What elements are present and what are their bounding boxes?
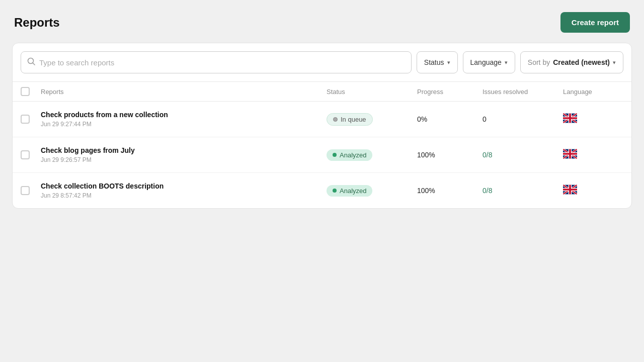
- col-reports: Reports: [41, 88, 327, 96]
- issues-value: 0/8: [482, 187, 563, 195]
- row-checkbox-2[interactable]: [21, 186, 30, 195]
- page-title: Reports: [14, 16, 60, 30]
- status-label: Analyzed: [340, 151, 366, 159]
- row-checkbox-0[interactable]: [21, 115, 30, 124]
- select-all-checkbox[interactable]: [21, 87, 30, 96]
- status-cell: Analyzed: [327, 185, 417, 197]
- report-date: Jun 29 9:26:57 PM: [41, 156, 327, 163]
- report-name: Check blog pages from July: [41, 146, 327, 154]
- status-dot-icon: [333, 117, 338, 122]
- table-row: Check blog pages from July Jun 29 9:26:5…: [13, 137, 631, 173]
- status-filter-label: Status: [424, 58, 444, 66]
- status-cell: Analyzed: [327, 149, 417, 161]
- status-badge: In queue: [327, 113, 373, 126]
- report-date: Jun 29 8:57:42 PM: [41, 192, 327, 199]
- language-filter-label: Language: [470, 58, 502, 66]
- report-name: Check products from a new collection: [41, 111, 327, 119]
- col-issues-resolved: Issues resolved: [482, 88, 563, 96]
- sort-button[interactable]: Sort by Created (newest) ▾: [520, 51, 623, 73]
- sort-chevron-icon: ▾: [613, 59, 616, 66]
- report-date: Jun 29 9:27:44 PM: [41, 121, 327, 128]
- col-progress: Progress: [417, 88, 482, 96]
- sort-value: Created (newest): [553, 58, 610, 66]
- status-filter-button[interactable]: Status ▾: [417, 51, 458, 73]
- language-cell: [563, 113, 623, 125]
- report-name: Check collection BOOTS description: [41, 182, 327, 190]
- language-cell: [563, 185, 623, 197]
- row-checkbox-1[interactable]: [21, 150, 30, 159]
- page-header: Reports Create report: [12, 12, 632, 33]
- issues-value: 0/8: [482, 151, 563, 159]
- table-row: Check collection BOOTS description Jun 2…: [13, 173, 631, 208]
- table-body: Check products from a new collection Jun…: [13, 102, 631, 208]
- status-badge: Analyzed: [327, 149, 372, 161]
- language-filter-button[interactable]: Language ▾: [463, 51, 515, 73]
- status-dot-icon: [333, 153, 337, 157]
- col-status: Status: [327, 88, 417, 96]
- col-language: Language: [563, 88, 623, 96]
- search-input[interactable]: [39, 58, 405, 67]
- svg-line-1: [33, 63, 35, 65]
- language-chevron-icon: ▾: [505, 59, 508, 66]
- issues-value: 0: [482, 115, 563, 123]
- progress-value: 0%: [417, 115, 482, 123]
- progress-value: 100%: [417, 187, 482, 195]
- status-label: Analyzed: [340, 187, 366, 195]
- table-header: Reports Status Progress Issues resolved …: [13, 82, 631, 102]
- status-cell: In queue: [327, 113, 417, 126]
- status-badge: Analyzed: [327, 185, 372, 197]
- language-cell: [563, 149, 623, 161]
- status-dot-icon: [333, 189, 337, 193]
- toolbar: Status ▾ Language ▾ Sort by Created (new…: [13, 43, 631, 82]
- search-icon: [27, 57, 35, 67]
- search-wrapper: [21, 51, 412, 73]
- status-chevron-icon: ▾: [447, 59, 450, 66]
- sort-by-prefix: Sort by: [528, 58, 550, 66]
- report-info: Check blog pages from July Jun 29 9:26:5…: [41, 146, 327, 163]
- table-row: Check products from a new collection Jun…: [13, 102, 631, 137]
- progress-value: 100%: [417, 151, 482, 159]
- create-report-button[interactable]: Create report: [560, 12, 630, 33]
- status-label: In queue: [341, 116, 366, 123]
- report-info: Check collection BOOTS description Jun 2…: [41, 182, 327, 199]
- reports-card: Status ▾ Language ▾ Sort by Created (new…: [12, 43, 632, 209]
- report-info: Check products from a new collection Jun…: [41, 111, 327, 128]
